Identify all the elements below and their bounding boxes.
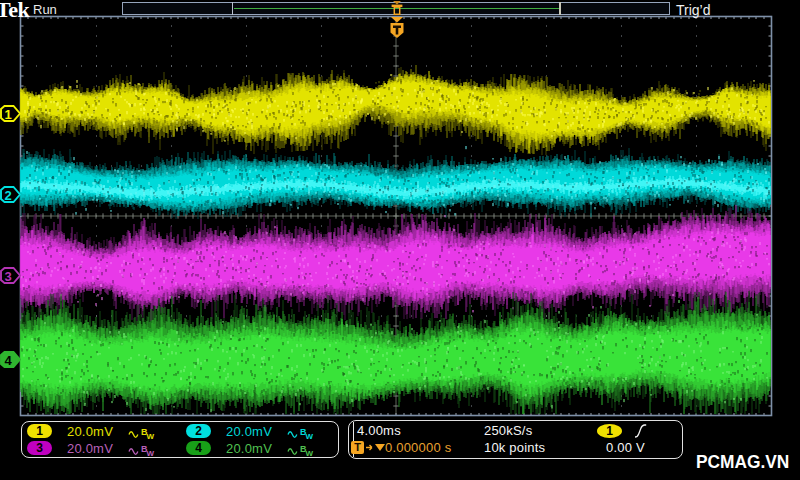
svg-text:1: 1 — [4, 106, 11, 121]
svg-text:3: 3 — [4, 268, 11, 283]
svg-text:2: 2 — [4, 187, 11, 202]
svg-text:4: 4 — [4, 352, 12, 367]
